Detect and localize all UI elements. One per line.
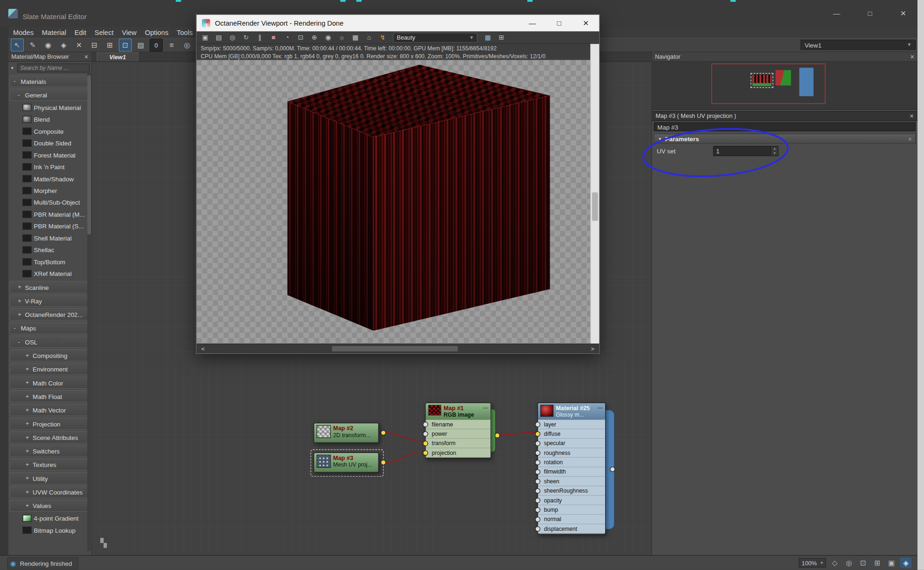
map1-output-pin[interactable] [495,433,500,438]
tree-row[interactable]: XRef Material [8,268,91,279]
slot-row[interactable]: layer [538,420,605,429]
scrollbar-thumb[interactable] [592,192,598,221]
tree-row[interactable]: + UVW Coordinates [9,486,90,498]
tree-row[interactable]: + Switchers [9,445,90,457]
slot-row[interactable]: filmwidth [538,467,605,476]
select-tool-icon[interactable]: ↖ [11,39,24,52]
zoom-level-selector[interactable]: 100% ▾ [799,558,826,567]
close-icon[interactable]: ✕ [84,54,89,60]
zoom-region-icon[interactable]: ⊡ [857,557,869,568]
save-image-icon[interactable]: ▣ [199,32,212,42]
vertical-scrollbar[interactable] [590,44,599,343]
pan-hand-icon[interactable]: ◇ [829,557,840,568]
collapse-node-icon[interactable]: — [597,405,602,410]
menu-item[interactable]: Edit [75,29,86,36]
tree-row[interactable]: Shellac [8,244,91,256]
map-name-field[interactable] [654,122,916,131]
close-button[interactable]: ✕ [572,15,599,32]
slot-pin[interactable] [535,479,540,484]
slot-pin[interactable] [535,460,540,465]
focus-picker-icon[interactable]: ⊕ [308,32,321,42]
slot-row[interactable]: projection [426,448,490,458]
slot-pin[interactable] [423,450,428,455]
zoom-actual-icon[interactable]: ◎ [226,32,239,42]
layout-all-icon[interactable]: ⊞ [103,39,117,52]
copy-image-icon[interactable]: ▤ [213,32,225,42]
tree-row[interactable]: + Projection [9,417,90,430]
region-render-icon[interactable]: ⊡ [295,32,307,42]
tree-row[interactable]: + Math Color [9,377,90,389]
node-material25[interactable]: Material #25 Glossy m... — layer diffuse [538,403,606,535]
slot-row[interactable]: rotation [538,458,605,467]
material-picker-icon[interactable]: ◉ [322,32,334,42]
pick-material-icon[interactable]: ◉ [41,39,55,52]
maximize-button[interactable]: □ [862,9,878,18]
tree-row[interactable]: 4-point Gradient [8,512,91,524]
navigator-thumb-map3[interactable] [752,75,772,86]
close-icon[interactable]: ✕ [910,54,915,60]
maximize-button[interactable]: □ [546,15,572,32]
tree-row[interactable]: Physical Material [8,102,91,113]
slot-pin[interactable] [535,488,540,493]
tree-row[interactable]: + V-Ray [9,295,90,307]
zoom-extents-selected-icon[interactable]: ⊞ [872,557,883,568]
render-viewport[interactable] [197,60,591,344]
slot-row[interactable]: sheenRoughness [538,486,605,495]
tree-row[interactable]: Ink 'n Paint [8,161,91,172]
tree-row[interactable]: + Textures [9,458,90,471]
menu-item[interactable]: Tools [177,29,193,36]
slot-pin[interactable] [423,431,428,436]
slot-pin[interactable] [535,526,540,531]
pause-render-icon[interactable]: ∥ [254,32,266,42]
view-selector[interactable]: View1 ▼ [800,40,916,50]
zero-field[interactable]: 0 [150,39,163,52]
slot-row[interactable]: specular [538,439,605,448]
align-children-icon[interactable]: ≡ [165,39,178,52]
tree-row[interactable]: Morpher [8,185,91,196]
tree-row[interactable]: Composite [8,125,91,137]
render-layers-icon[interactable]: ⊞ [495,32,508,42]
slot-pin[interactable] [535,450,540,455]
scrollbar-thumb[interactable] [87,76,91,234]
slot-pin[interactable] [535,497,540,502]
spinner-up-icon[interactable]: ▴ [772,147,778,151]
minimize-button[interactable]: — [519,15,545,32]
node-map1[interactable]: Map #1 RGB image — filename power [425,403,491,459]
slot-pin[interactable] [535,421,540,426]
menu-item[interactable]: Modes [13,29,34,36]
tree-row[interactable]: + Values [9,499,90,512]
tree-row[interactable]: Shell Material [8,232,91,244]
tree-row[interactable]: + Environment [9,363,90,375]
menu-item[interactable]: View [122,29,136,36]
minimize-button[interactable]: — [829,9,844,18]
tree-row[interactable]: - General [9,89,90,101]
stop-render-icon[interactable]: ■ [267,32,280,42]
tree-row[interactable]: + Compositing [9,349,90,362]
realtime-toggle-icon[interactable]: ◔ [281,32,293,42]
slot-pin[interactable] [535,507,540,512]
scrollbar-thumb[interactable] [332,346,458,351]
menu-item[interactable]: Material [42,29,66,36]
tree-row[interactable]: Blend [8,113,91,125]
slot-row[interactable]: opacity [538,496,605,505]
slot-pin[interactable] [423,421,428,426]
slot-pin[interactable] [535,431,540,436]
slot-row[interactable]: normal [538,515,605,524]
priority-icon[interactable]: ↯ [377,32,389,42]
scroll-right-icon[interactable]: > [591,345,594,353]
pan-active-icon[interactable]: ◈ [900,557,911,568]
slot-row[interactable]: power [426,429,490,439]
slot-pin[interactable] [535,440,540,446]
camera-mode-icon[interactable]: ⌂ [363,32,375,42]
show-shaded-material-icon[interactable]: ◈ [57,39,70,52]
show-grid-icon[interactable]: ▤ [134,39,147,52]
uv-set-spinner[interactable]: ▴ ▾ [713,146,779,156]
output-pin[interactable] [380,430,386,435]
tree-row[interactable]: + Scene Attributes [9,431,90,444]
slot-pin[interactable] [423,440,428,446]
search-input[interactable] [17,63,90,72]
tree-row[interactable]: + Math Float [9,390,90,403]
slot-pin[interactable] [535,469,540,474]
tree-row[interactable]: Double Sided [8,137,91,149]
parameters-rollout[interactable]: ▼ Parameters ≡ [654,134,916,144]
